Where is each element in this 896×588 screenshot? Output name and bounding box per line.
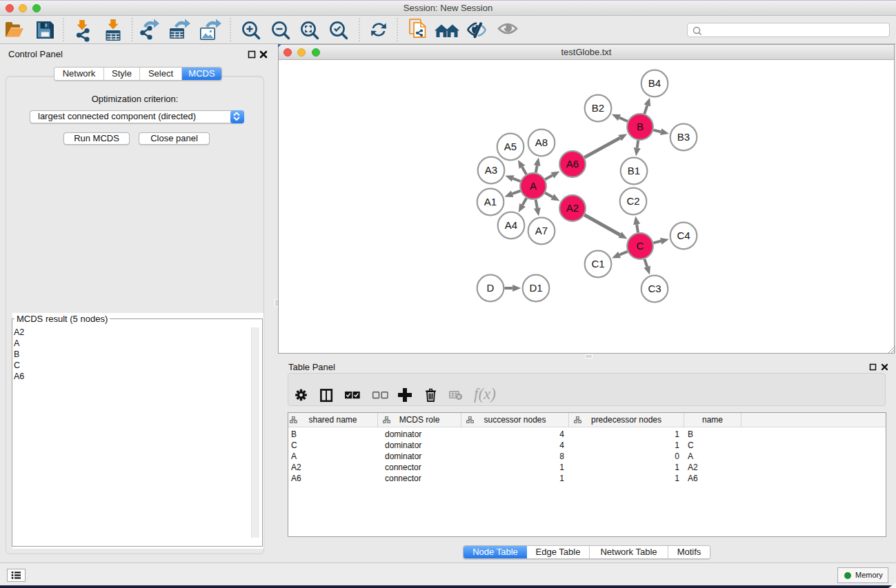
svg-text:B: B [637, 121, 644, 132]
svg-text:A4: A4 [505, 219, 517, 231]
svg-text:C2: C2 [626, 195, 639, 207]
svg-text:B2: B2 [592, 102, 604, 114]
svg-text:B1: B1 [628, 165, 640, 176]
svg-text:A: A [530, 180, 537, 192]
svg-text:A7: A7 [535, 225, 548, 236]
svg-text:C3: C3 [648, 283, 661, 294]
svg-text:A5: A5 [504, 141, 517, 152]
svg-text:A6: A6 [566, 158, 579, 170]
svg-text:D1: D1 [529, 282, 542, 294]
svg-text:A1: A1 [484, 196, 497, 207]
svg-text:A3: A3 [485, 164, 497, 176]
svg-text:f(x): f(x) [474, 385, 496, 403]
svg-text:B4: B4 [648, 77, 661, 89]
svg-text:C: C [637, 240, 644, 252]
svg-text:A2: A2 [566, 202, 579, 214]
svg-text:A8: A8 [535, 136, 548, 148]
svg-text:D: D [487, 282, 495, 294]
svg-text:B3: B3 [677, 131, 690, 143]
svg-text:C4: C4 [677, 230, 690, 241]
svg-text:C1: C1 [591, 258, 604, 270]
